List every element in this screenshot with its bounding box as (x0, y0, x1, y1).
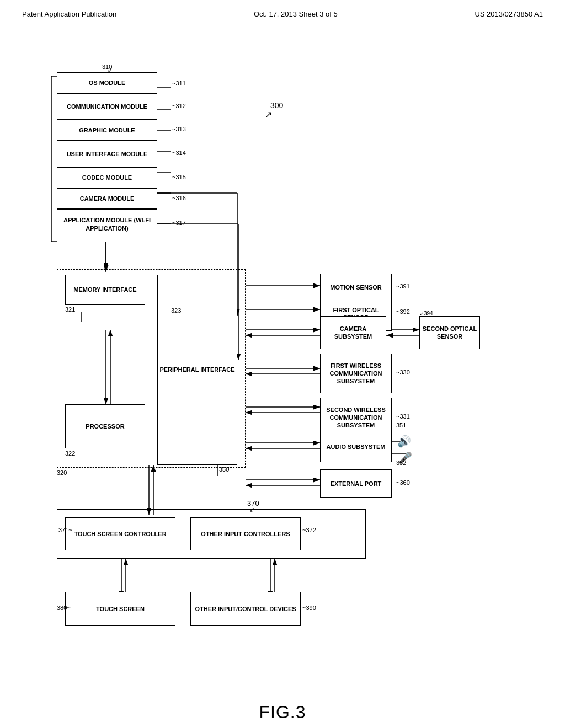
label-330: ~330 (396, 369, 410, 376)
box-comm-module: COMMUNICATION MODULE (57, 93, 157, 120)
box-touch-screen-controller: TOUCH SCREEN CONTROLLER (65, 517, 175, 550)
box-first-wireless: FIRST WIRELESS COMMUNICATION SUBSYSTEM (320, 354, 392, 393)
box-external-port: EXTERNAL PORT (320, 469, 392, 498)
label-300: 300 (270, 101, 283, 110)
box-memory-interface: MEMORY INTERFACE (65, 275, 145, 305)
box-other-input-devices: OTHER INPUT/CONTROL DEVICES (190, 592, 301, 626)
label-316: ~316 (172, 195, 186, 201)
label-314: ~314 (172, 149, 186, 156)
fig-label: FIG.3 (0, 697, 565, 728)
label-300-arrow: ↗ (265, 109, 272, 120)
box-camera-subsystem: CAMERA SUBSYSTEM (320, 316, 386, 349)
header-left: Patent Application Publication (22, 10, 116, 18)
label-350: 350 (219, 466, 229, 473)
speaker-icon: 🔊 (397, 435, 411, 448)
label-392: ~392 (396, 308, 410, 315)
diagram-area: 310 ↙ OS MODULE ~311 COMMUNICATION MODUL… (0, 24, 565, 697)
label-372: ~372 (302, 527, 316, 533)
label-315: ~315 (172, 174, 186, 180)
box-app-module: APPLICATION MODULE (WI-FI APPLICATION) (57, 209, 157, 239)
label-320: 320 (57, 469, 67, 476)
label-390: ~390 (302, 604, 316, 611)
label-323: 323 (171, 307, 181, 314)
label-371: 371~ (58, 527, 72, 533)
label-352: 352 (396, 459, 406, 466)
box-ui-module: USER INTERFACE MODULE (57, 141, 157, 167)
label-360: ~360 (396, 479, 410, 486)
label-331: ~331 (396, 413, 410, 420)
box-touch-screen: TOUCH SCREEN (65, 592, 175, 626)
label-321: 321 (65, 306, 75, 313)
label-394-arrow: ↙394 (419, 311, 433, 317)
label-391: ~391 (396, 283, 410, 290)
box-codec-module: CODEC MODULE (57, 167, 157, 188)
box-second-optical-sensor: SECOND OPTICAL SENSOR (419, 316, 480, 349)
label-317: ~317 (172, 220, 186, 226)
box-other-input-controllers: OTHER INPUT CONTROLLERS (190, 517, 301, 550)
label-351: 351 (396, 422, 406, 429)
box-graphic-module: GRAPHIC MODULE (57, 120, 157, 141)
label-311: ~311 (172, 80, 186, 87)
label-322: 322 (65, 450, 75, 457)
box-camera-module: CAMERA MODULE (57, 188, 157, 209)
header-right: US 2013/0273850 A1 (475, 10, 543, 18)
box-processor: PROCESSOR (65, 404, 145, 448)
label-312: ~312 (172, 103, 186, 109)
box-peripheral-interface: PERIPHERAL INTERFACE (157, 275, 237, 465)
label-380: 380~ (57, 604, 71, 611)
page-header: Patent Application Publication Oct. 17, … (0, 0, 565, 24)
box-os-module: OS MODULE (57, 72, 157, 93)
header-center: Oct. 17, 2013 Sheet 3 of 5 (254, 10, 338, 18)
box-audio-subsystem: AUDIO SUBSYSTEM (320, 432, 392, 462)
label-313: ~313 (172, 126, 186, 132)
